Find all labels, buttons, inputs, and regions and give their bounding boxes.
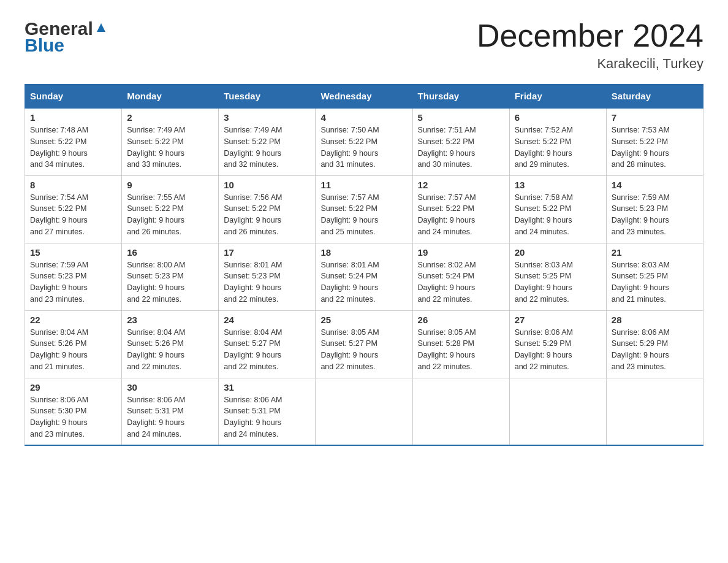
calendar-cell: 28 Sunrise: 8:06 AM Sunset: 5:29 PM Dayl… <box>606 310 703 378</box>
calendar-cell: 20 Sunrise: 8:03 AM Sunset: 5:25 PM Dayl… <box>509 243 606 310</box>
logo-blue: Blue <box>25 35 108 55</box>
day-info: Sunrise: 8:04 AM Sunset: 5:26 PM Dayligh… <box>127 328 185 371</box>
calendar-cell: 22 Sunrise: 8:04 AM Sunset: 5:26 PM Dayl… <box>25 310 122 378</box>
calendar-cell: 2 Sunrise: 7:49 AM Sunset: 5:22 PM Dayli… <box>122 108 219 175</box>
day-info: Sunrise: 7:54 AM Sunset: 5:22 PM Dayligh… <box>30 193 88 236</box>
day-number: 23 <box>127 315 213 325</box>
day-info: Sunrise: 8:00 AM Sunset: 5:23 PM Dayligh… <box>127 261 185 304</box>
svg-marker-0 <box>97 23 105 32</box>
calendar-cell: 23 Sunrise: 8:04 AM Sunset: 5:26 PM Dayl… <box>122 310 219 378</box>
day-number: 11 <box>320 180 407 190</box>
calendar-cell: 25 Sunrise: 8:05 AM Sunset: 5:27 PM Dayl… <box>316 310 412 378</box>
day-info: Sunrise: 8:05 AM Sunset: 5:27 PM Dayligh… <box>320 328 379 371</box>
page-header: General Blue December 2024 Karakecili, T… <box>25 18 703 72</box>
calendar-cell: 14 Sunrise: 7:59 AM Sunset: 5:23 PM Dayl… <box>606 175 703 243</box>
day-number: 27 <box>515 315 601 325</box>
day-info: Sunrise: 7:49 AM Sunset: 5:22 PM Dayligh… <box>127 126 185 169</box>
day-number: 29 <box>30 382 116 393</box>
week-row-3: 15 Sunrise: 7:59 AM Sunset: 5:23 PM Dayl… <box>25 243 703 310</box>
calendar-cell: 11 Sunrise: 7:57 AM Sunset: 5:22 PM Dayl… <box>316 175 412 243</box>
logo: General Blue <box>25 18 108 55</box>
header-monday: Monday <box>122 85 219 109</box>
day-info: Sunrise: 7:57 AM Sunset: 5:22 PM Dayligh… <box>320 193 379 236</box>
day-number: 18 <box>320 247 407 258</box>
calendar-cell: 16 Sunrise: 8:00 AM Sunset: 5:23 PM Dayl… <box>122 243 219 310</box>
day-info: Sunrise: 8:01 AM Sunset: 5:23 PM Dayligh… <box>224 261 282 304</box>
day-number: 2 <box>127 112 213 123</box>
day-info: Sunrise: 8:03 AM Sunset: 5:25 PM Dayligh… <box>515 261 573 304</box>
day-number: 20 <box>515 247 601 258</box>
header-sunday: Sunday <box>25 85 122 109</box>
calendar-cell: 15 Sunrise: 7:59 AM Sunset: 5:23 PM Dayl… <box>25 243 122 310</box>
day-info: Sunrise: 7:59 AM Sunset: 5:23 PM Dayligh… <box>30 261 88 304</box>
header-thursday: Thursday <box>412 85 509 109</box>
logo-triangle-icon <box>94 21 108 34</box>
title-area: December 2024 Karakecili, Turkey <box>477 18 703 72</box>
week-row-5: 29 Sunrise: 8:06 AM Sunset: 5:30 PM Dayl… <box>25 378 703 445</box>
day-number: 15 <box>30 247 116 258</box>
day-number: 14 <box>612 180 698 190</box>
week-row-1: 1 Sunrise: 7:48 AM Sunset: 5:22 PM Dayli… <box>25 108 703 175</box>
day-number: 16 <box>127 247 213 258</box>
calendar-cell: 4 Sunrise: 7:50 AM Sunset: 5:22 PM Dayli… <box>316 108 412 175</box>
calendar-cell: 6 Sunrise: 7:52 AM Sunset: 5:22 PM Dayli… <box>509 108 606 175</box>
day-info: Sunrise: 7:59 AM Sunset: 5:23 PM Dayligh… <box>612 193 670 236</box>
day-number: 24 <box>224 315 310 325</box>
day-number: 19 <box>418 247 504 258</box>
day-info: Sunrise: 7:50 AM Sunset: 5:22 PM Dayligh… <box>320 126 379 169</box>
day-number: 4 <box>320 112 407 123</box>
location-title: Karakecili, Turkey <box>477 56 703 72</box>
day-number: 10 <box>224 180 310 190</box>
day-number: 28 <box>612 315 698 325</box>
day-number: 7 <box>612 112 698 123</box>
day-info: Sunrise: 8:04 AM Sunset: 5:27 PM Dayligh… <box>224 328 282 371</box>
calendar-cell: 31 Sunrise: 8:06 AM Sunset: 5:31 PM Dayl… <box>219 378 316 445</box>
calendar-cell: 8 Sunrise: 7:54 AM Sunset: 5:22 PM Dayli… <box>25 175 122 243</box>
month-title: December 2024 <box>477 18 703 53</box>
day-info: Sunrise: 8:06 AM Sunset: 5:29 PM Dayligh… <box>515 328 573 371</box>
day-number: 8 <box>30 180 116 190</box>
day-number: 13 <box>515 180 601 190</box>
calendar-cell: 30 Sunrise: 8:06 AM Sunset: 5:31 PM Dayl… <box>122 378 219 445</box>
calendar-cell <box>412 378 509 445</box>
week-row-4: 22 Sunrise: 8:04 AM Sunset: 5:26 PM Dayl… <box>25 310 703 378</box>
calendar-cell: 5 Sunrise: 7:51 AM Sunset: 5:22 PM Dayli… <box>412 108 509 175</box>
logo-text-area: General Blue <box>25 18 108 55</box>
day-info: Sunrise: 8:06 AM Sunset: 5:29 PM Dayligh… <box>612 328 670 371</box>
day-info: Sunrise: 7:52 AM Sunset: 5:22 PM Dayligh… <box>515 126 573 169</box>
day-number: 26 <box>418 315 504 325</box>
calendar-cell: 26 Sunrise: 8:05 AM Sunset: 5:28 PM Dayl… <box>412 310 509 378</box>
day-number: 12 <box>418 180 504 190</box>
day-number: 30 <box>127 382 213 393</box>
day-info: Sunrise: 7:53 AM Sunset: 5:22 PM Dayligh… <box>612 126 670 169</box>
day-info: Sunrise: 7:58 AM Sunset: 5:22 PM Dayligh… <box>515 193 573 236</box>
day-info: Sunrise: 8:06 AM Sunset: 5:31 PM Dayligh… <box>224 396 282 439</box>
day-info: Sunrise: 8:06 AM Sunset: 5:30 PM Dayligh… <box>30 396 88 439</box>
day-info: Sunrise: 7:48 AM Sunset: 5:22 PM Dayligh… <box>30 126 88 169</box>
day-number: 21 <box>612 247 698 258</box>
calendar-cell: 21 Sunrise: 8:03 AM Sunset: 5:25 PM Dayl… <box>606 243 703 310</box>
calendar-cell: 10 Sunrise: 7:56 AM Sunset: 5:22 PM Dayl… <box>219 175 316 243</box>
day-number: 3 <box>224 112 310 123</box>
day-number: 17 <box>224 247 310 258</box>
calendar-cell: 29 Sunrise: 8:06 AM Sunset: 5:30 PM Dayl… <box>25 378 122 445</box>
calendar-cell: 27 Sunrise: 8:06 AM Sunset: 5:29 PM Dayl… <box>509 310 606 378</box>
day-info: Sunrise: 8:05 AM Sunset: 5:28 PM Dayligh… <box>418 328 476 371</box>
day-number: 25 <box>320 315 407 325</box>
day-number: 6 <box>515 112 601 123</box>
calendar-cell <box>316 378 412 445</box>
header-row: SundayMondayTuesdayWednesdayThursdayFrid… <box>25 85 703 109</box>
day-number: 1 <box>30 112 116 123</box>
header-friday: Friday <box>509 85 606 109</box>
calendar-cell: 13 Sunrise: 7:58 AM Sunset: 5:22 PM Dayl… <box>509 175 606 243</box>
calendar-cell: 3 Sunrise: 7:49 AM Sunset: 5:22 PM Dayli… <box>219 108 316 175</box>
calendar-table: SundayMondayTuesdayWednesdayThursdayFrid… <box>25 84 703 446</box>
day-info: Sunrise: 8:01 AM Sunset: 5:24 PM Dayligh… <box>320 261 379 304</box>
header-saturday: Saturday <box>606 85 703 109</box>
day-info: Sunrise: 8:04 AM Sunset: 5:26 PM Dayligh… <box>30 328 88 371</box>
calendar-cell: 18 Sunrise: 8:01 AM Sunset: 5:24 PM Dayl… <box>316 243 412 310</box>
calendar-cell: 7 Sunrise: 7:53 AM Sunset: 5:22 PM Dayli… <box>606 108 703 175</box>
calendar-cell: 12 Sunrise: 7:57 AM Sunset: 5:22 PM Dayl… <box>412 175 509 243</box>
day-number: 31 <box>224 382 310 393</box>
day-number: 9 <box>127 180 213 190</box>
